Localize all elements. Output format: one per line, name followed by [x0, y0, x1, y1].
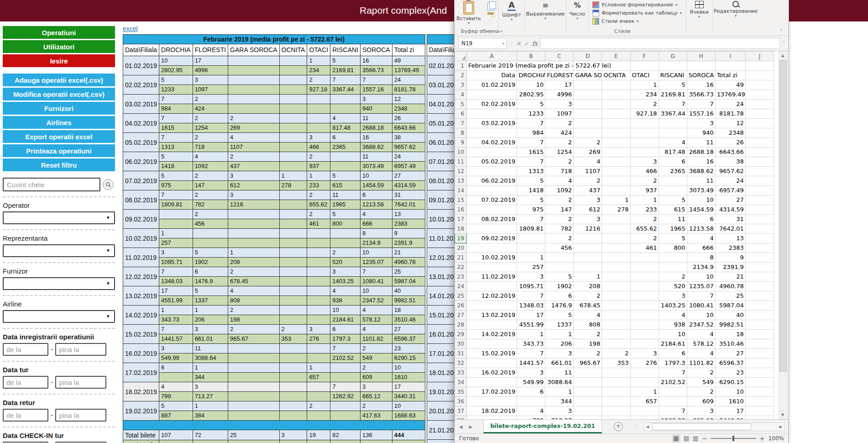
cell-H2[interactable]: SOROCA [687, 71, 715, 80]
cell-J31[interactable] [745, 349, 774, 359]
cancel-entry-icon[interactable]: ✕ [517, 40, 522, 47]
cell-F36[interactable]: 657 [630, 397, 659, 406]
cell-E31[interactable]: 2 [602, 349, 630, 359]
scroll-left-icon[interactable]: ◀ [644, 423, 651, 431]
cell-B36[interactable] [517, 397, 545, 406]
cell-G35[interactable] [659, 387, 687, 397]
cell-E18[interactable] [602, 224, 630, 234]
cell-D32[interactable]: 965.67 [574, 359, 602, 368]
zoom-slider[interactable] [711, 438, 756, 439]
cell-I17[interactable]: 31 [715, 215, 745, 224]
cell-E5[interactable] [602, 100, 630, 109]
cell-I18[interactable]: 7642.01 [715, 224, 745, 234]
cell-C3[interactable]: 17 [545, 80, 574, 90]
cell-A19[interactable]: 09.02.2019 [467, 234, 517, 243]
row-header-12[interactable]: 12 [455, 167, 467, 176]
cell-G31[interactable]: 6 [659, 349, 687, 359]
row-header-7[interactable]: 7 [455, 119, 467, 128]
cell-E15[interactable]: 1 [602, 195, 630, 205]
date-from-input[interactable] [3, 376, 48, 389]
insert-function-icon[interactable]: fx [532, 40, 538, 47]
cell-F27[interactable] [630, 311, 659, 320]
cell-B10[interactable]: 1615 [517, 148, 545, 157]
cell-B22[interactable]: 257 [517, 263, 545, 272]
alignment-group-button[interactable]: ≡ Выравнивание ▾ [525, 0, 566, 21]
cell-F11[interactable]: 3 [630, 157, 659, 167]
row-header-4[interactable]: 4 [455, 90, 467, 100]
cell-G26[interactable]: 1403.25 [659, 301, 687, 311]
cell-C18[interactable]: 782 [545, 224, 574, 234]
scroll-right-icon[interactable]: ▶ [777, 423, 784, 431]
cell-G20[interactable]: 800 [659, 243, 687, 253]
cell-J13[interactable] [745, 176, 774, 186]
filter-select-airline[interactable]: ▼ [3, 310, 115, 323]
cell-C35[interactable]: 1 [545, 387, 574, 397]
cell-H28[interactable]: 2347.52 [687, 320, 715, 330]
cell-G33[interactable]: 7 [659, 368, 687, 378]
cell-A2[interactable]: Data [467, 71, 517, 80]
cell-D2[interactable]: GARA SOROCA [574, 71, 602, 80]
column-header-A[interactable]: A [467, 52, 517, 61]
cell-E25[interactable] [602, 291, 630, 301]
cell-D27[interactable]: 4 [574, 311, 602, 320]
cell-E7[interactable] [602, 119, 630, 128]
cell-I34[interactable]: 6290.15 [715, 378, 745, 387]
cell-F28[interactable] [630, 320, 659, 330]
cell-D33[interactable] [574, 368, 602, 378]
cell-A23[interactable]: 11.02.2019 [467, 272, 517, 282]
cell-F14[interactable]: 937 [630, 186, 659, 195]
cell-A17[interactable]: 08.02.2019 [467, 215, 517, 224]
cell-C8[interactable]: 424 [545, 128, 574, 138]
cell-A6[interactable] [467, 109, 517, 119]
cell-J23[interactable] [745, 272, 774, 282]
cell-A29[interactable]: 14.02.2019 [467, 330, 517, 339]
font-group-button[interactable]: А Шрифт ▾ [499, 0, 524, 21]
cell-E26[interactable] [602, 301, 630, 311]
cell-C25[interactable]: 6 [545, 291, 574, 301]
cell-I35[interactable]: 10 [715, 387, 745, 397]
cell-E32[interactable]: 353 [602, 359, 630, 368]
cell-E19[interactable] [602, 234, 630, 243]
cell-I15[interactable]: 27 [715, 195, 745, 205]
cell-E20[interactable] [602, 243, 630, 253]
vertical-scrollbar[interactable]: ▲ ▼ [779, 51, 788, 419]
cell-F21[interactable] [630, 253, 659, 263]
cell-J6[interactable] [745, 109, 774, 119]
cell-A30[interactable] [467, 339, 517, 349]
cell-A31[interactable]: 15.02.2019 [467, 349, 517, 359]
cell-H25[interactable]: 7 [687, 291, 715, 301]
format-painter-icon[interactable] [487, 12, 494, 15]
cell-B8[interactable]: 984 [517, 128, 545, 138]
cell-I16[interactable]: 4314.59 [715, 205, 745, 215]
cell-C38[interactable]: 713.27 [545, 416, 574, 420]
cell-H11[interactable]: 16 [687, 157, 715, 167]
row-header-1[interactable]: 1 [455, 61, 467, 71]
row-header-31[interactable]: 31 [455, 349, 467, 359]
cell-G21[interactable] [659, 253, 687, 263]
cell-C26[interactable]: 1476.9 [545, 301, 574, 311]
cell-C15[interactable]: 2 [545, 195, 574, 205]
cell-E4[interactable] [602, 90, 630, 100]
cell-A27[interactable]: 13.02.2019 [467, 311, 517, 320]
cell-F24[interactable] [630, 282, 659, 291]
editing-group-button[interactable]: Редактирование ▾ [713, 0, 758, 18]
cell-B12[interactable]: 1313 [517, 167, 545, 176]
zoom-out-icon[interactable]: − [702, 435, 707, 442]
cell-B2[interactable]: DROCHIA [517, 71, 545, 80]
cell-E22[interactable] [602, 263, 630, 272]
row-header-28[interactable]: 28 [455, 320, 467, 330]
cell-E27[interactable] [602, 311, 630, 320]
new-sheet-button[interactable]: + [614, 422, 623, 431]
column-header-H[interactable]: H [687, 52, 715, 61]
cell-A9[interactable]: 04.02.2019 [467, 138, 517, 148]
cell-D10[interactable]: 269 [574, 148, 602, 157]
cell-G10[interactable]: 817.48 [659, 148, 687, 157]
cell-D34[interactable] [574, 378, 602, 387]
row-header-34[interactable]: 34 [455, 378, 467, 387]
cell-B37[interactable]: 4 [517, 406, 545, 416]
cell-B4[interactable]: 2802.95 [517, 90, 545, 100]
format-as-table-button[interactable]: Форматировать как таблицу ▾ [592, 10, 682, 16]
sidebar-item-adauga-operatii-excel-csv-[interactable]: Adauga operatii excel(.csv) [3, 74, 115, 86]
cell-B16[interactable]: 975 [517, 205, 545, 215]
cell-H19[interactable]: 4 [687, 234, 715, 243]
